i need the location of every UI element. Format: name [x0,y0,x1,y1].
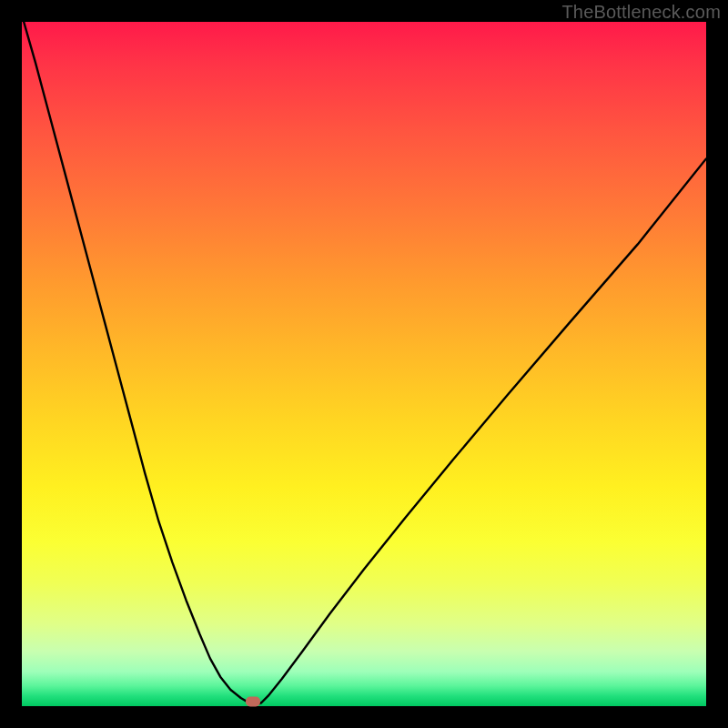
minimum-marker [246,697,260,707]
plot-area [22,22,706,706]
bottleneck-curve [22,22,706,706]
chart-frame: TheBottleneck.com [0,0,728,728]
watermark-text: TheBottleneck.com [561,2,721,23]
